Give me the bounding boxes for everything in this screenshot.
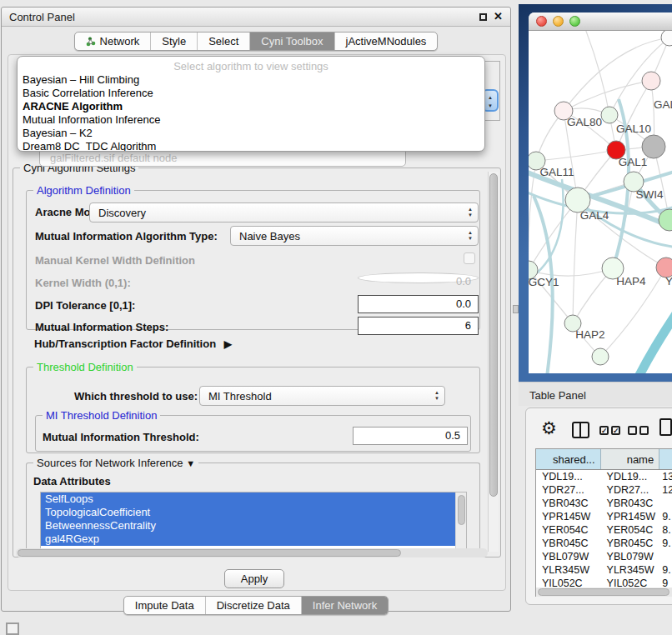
data-attributes-list[interactable]: SelfLoopsTopologicalCoefficientBetweenne… bbox=[40, 492, 467, 550]
node-label-gal: GAL bbox=[654, 98, 672, 111]
table-cell: YBR045C bbox=[536, 537, 601, 550]
checkbox-unchecked-icon bbox=[628, 426, 637, 435]
collapsed-panel-icon[interactable] bbox=[6, 622, 19, 635]
tab-label: Network bbox=[100, 35, 140, 48]
table-row[interactable]: YER054CYER054C8. bbox=[536, 523, 672, 537]
dpi-tolerance-field[interactable]: 0.0 bbox=[358, 295, 479, 313]
table-cell: YBR043C bbox=[536, 497, 601, 510]
control-panel-tabbar: NetworkStyleSelectCyni ToolboxjActiveMNo… bbox=[74, 32, 439, 51]
table-cell: YDL19... bbox=[536, 470, 601, 483]
algorithm-option-bayesian-hill-climbing[interactable]: Bayesian – Hill Climbing bbox=[18, 73, 484, 87]
aracne-mode-combo[interactable]: Discovery ▲▼ bbox=[89, 202, 479, 222]
network-edge[interactable] bbox=[573, 200, 578, 323]
unchecked-boxes-icon[interactable] bbox=[628, 426, 649, 435]
table-cell: YLR345W bbox=[601, 563, 660, 577]
attribute-betweennesscentrality[interactable]: BetweennessCentrality bbox=[41, 519, 455, 532]
attribute-selfloops[interactable]: SelfLoops bbox=[41, 492, 455, 506]
tab-discretize-data[interactable]: Discretize Data bbox=[206, 597, 302, 614]
table-row[interactable]: YPR145WYPR145W9. bbox=[536, 510, 672, 523]
table-horizontal-scrollbar[interactable] bbox=[536, 588, 672, 597]
network-node[interactable] bbox=[601, 107, 618, 123]
algorithm-option-mutual-information-inference[interactable]: Mutual Information Inference bbox=[18, 113, 484, 127]
cyni-algorithm-settings-box: Cyni Algorithm Settings Algorithm Defini… bbox=[13, 168, 501, 558]
table-cell bbox=[659, 550, 672, 563]
settings-horizontal-scrollbar[interactable] bbox=[16, 548, 488, 558]
node-label-gal10: GAL10 bbox=[616, 122, 651, 135]
network-canvas[interactable]: GALGAL80GAL10GAL1GAL11SWI4GAL4GCY1HAP4YH… bbox=[529, 31, 672, 373]
mi-threshold-definition-title: MI Threshold Definition bbox=[43, 409, 160, 422]
table-row[interactable]: YBR045CYBR045C9. bbox=[536, 537, 672, 550]
close-panel-icon[interactable]: ✕ bbox=[494, 12, 503, 22]
apply-button[interactable]: Apply bbox=[224, 569, 284, 588]
node-label-gal1: GAL1 bbox=[619, 156, 648, 168]
tab-jactivemnodules[interactable]: jActiveMNodules bbox=[335, 32, 438, 50]
network-node[interactable] bbox=[642, 72, 660, 90]
checkbox-checked-icon: ✓ bbox=[599, 426, 609, 435]
attributes-scrollbar[interactable] bbox=[455, 492, 466, 549]
algorithm-option-bayesian-k2[interactable]: Bayesian – K2 bbox=[18, 127, 484, 140]
network-window: GALGAL80GAL10GAL1GAL11SWI4GAL4GCY1HAP4YH… bbox=[529, 12, 672, 373]
attribute-topologicalcoefficient[interactable]: TopologicalCoefficient bbox=[41, 506, 455, 519]
close-window-icon[interactable] bbox=[536, 16, 547, 27]
table-row[interactable]: YDR27...YDR27...12 bbox=[536, 483, 672, 497]
mi-algorithm-type-combo[interactable]: Naive Bayes ▲▼ bbox=[230, 226, 479, 246]
settings-vertical-scrollbar[interactable] bbox=[488, 172, 499, 552]
column-header-shared[interactable]: shared... bbox=[536, 449, 601, 469]
kernel-width-field[interactable]: 0.0 bbox=[358, 272, 479, 283]
tab-select[interactable]: Select bbox=[198, 32, 250, 50]
network-node[interactable] bbox=[642, 135, 665, 158]
combo-stepper-icon: ▲▼ bbox=[468, 230, 473, 242]
scrollbar-thumb[interactable] bbox=[538, 588, 669, 596]
column-header-a[interactable]: A bbox=[659, 449, 672, 469]
table-cell: YDR27... bbox=[536, 483, 601, 497]
mi-algorithm-type-label: Mutual Information Algorithm Type: bbox=[35, 230, 218, 242]
float-window-icon[interactable] bbox=[479, 13, 487, 21]
network-edge[interactable] bbox=[584, 31, 609, 115]
which-threshold-combo[interactable]: MI Threshold ▲▼ bbox=[199, 386, 445, 406]
network-edge[interactable] bbox=[536, 150, 616, 161]
table-cell: 12 bbox=[659, 483, 672, 497]
minimize-window-icon[interactable] bbox=[553, 16, 564, 27]
algorithm-option-basic-correlation-inference[interactable]: Basic Correlation Inference bbox=[18, 87, 484, 100]
table-cell bbox=[659, 497, 672, 510]
table-cell: YBR043C bbox=[601, 497, 660, 510]
mi-steps-field[interactable]: 6 bbox=[358, 317, 479, 335]
algorithm-dropdown-popup: Select algorithm to view settings Bayesi… bbox=[17, 56, 485, 152]
file-icon[interactable] bbox=[659, 418, 672, 436]
scrollbar-thumb[interactable] bbox=[458, 495, 465, 525]
manual-kernel-width-checkbox[interactable] bbox=[464, 252, 475, 264]
table-cell: YDR27... bbox=[601, 483, 660, 497]
expand-right-icon[interactable]: ▶ bbox=[224, 338, 232, 350]
mi-steps-label: Mutual Information Steps: bbox=[35, 321, 168, 333]
network-node[interactable] bbox=[592, 348, 609, 365]
sources-title: Sources for Network Inference ▼ bbox=[33, 457, 198, 469]
network-edge[interactable] bbox=[639, 312, 672, 373]
algorithm-option-dream8-dc-tdc-algorithm[interactable]: Dream8 DC_TDC Algorithm bbox=[18, 140, 484, 152]
tab-impute-data[interactable]: Impute Data bbox=[124, 597, 206, 614]
tab-cyni-toolbox[interactable]: Cyni Toolbox bbox=[250, 32, 334, 50]
hub-transcription-factor-toggle[interactable]: Hub/Transcription Factor Definition ▶ bbox=[34, 338, 232, 350]
tab-network[interactable]: Network bbox=[75, 32, 152, 50]
attribute-gal4rgexp[interactable]: gal4RGexp bbox=[41, 532, 455, 546]
zoom-window-icon[interactable] bbox=[569, 16, 580, 27]
checked-boxes-icon[interactable]: ✓ ✓ bbox=[599, 426, 620, 435]
columns-icon[interactable] bbox=[572, 422, 589, 438]
tab-infer-network[interactable]: Infer Network bbox=[302, 597, 388, 614]
gear-icon[interactable]: ⚙ bbox=[541, 419, 557, 437]
tab-style[interactable]: Style bbox=[151, 32, 198, 50]
node-label-y: Y bbox=[665, 275, 672, 288]
panel-resize-handle[interactable] bbox=[513, 305, 519, 313]
table-row[interactable]: YBR043CYBR043C bbox=[536, 497, 672, 510]
table-row[interactable]: YBL079WYBL079W bbox=[536, 550, 672, 563]
scrollbar-thumb[interactable] bbox=[18, 549, 401, 557]
mi-threshold-field[interactable]: 0.5 bbox=[353, 427, 468, 445]
collapse-down-icon[interactable]: ▼ bbox=[186, 458, 195, 468]
algorithm-option-aracne-algorithm[interactable]: ARACNE Algorithm bbox=[18, 100, 484, 113]
column-header-name[interactable]: name bbox=[601, 449, 660, 469]
node-label-gal80: GAL80 bbox=[567, 116, 602, 128]
table-row[interactable]: YLR345WYLR345W9. bbox=[536, 563, 672, 577]
scrollbar-thumb[interactable] bbox=[489, 173, 498, 497]
table-row[interactable]: YDL19...YDL19...13 bbox=[536, 470, 672, 483]
combo-stepper-icon: ▲▼ bbox=[434, 390, 439, 402]
table-cell: 13 bbox=[659, 470, 672, 483]
